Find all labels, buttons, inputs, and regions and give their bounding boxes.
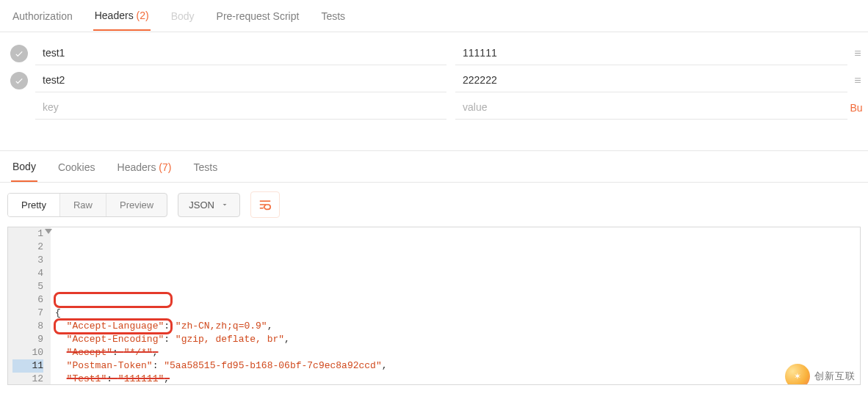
bulk-edit-link[interactable]: Bu <box>847 102 868 114</box>
headers-table: test1 111111 ≡ test2 222222 ≡ key value … <box>0 32 868 121</box>
line-gutter: 123456789101112 <box>8 227 51 384</box>
code-content[interactable]: { "Accept-Language": "zh-CN,zh;q=0.9", "… <box>51 227 860 384</box>
row-actions-icon[interactable]: ≡ <box>847 74 868 87</box>
tab-prerequest[interactable]: Pre-request Script <box>215 1 301 30</box>
response-toolbar: Pretty Raw Preview JSON <box>0 183 868 227</box>
header-row: test2 222222 ≡ <box>0 67 868 94</box>
res-tab-headers-count: (7) <box>159 161 171 173</box>
wrap-icon <box>258 199 272 211</box>
tab-headers[interactable]: Headers (2) <box>93 1 151 31</box>
format-select[interactable]: JSON <box>178 193 240 217</box>
tab-headers-label: Headers <box>95 10 134 21</box>
check-icon <box>14 76 24 86</box>
res-tab-body[interactable]: Body <box>12 161 36 172</box>
tab-headers-count: (2) <box>137 10 149 21</box>
format-select-label: JSON <box>189 200 214 211</box>
row-enable-toggle[interactable] <box>10 72 28 89</box>
tab-authorization[interactable]: Authorization <box>11 1 74 30</box>
res-tab-headers[interactable]: Headers (7) <box>117 161 172 173</box>
view-mode-pretty[interactable]: Pretty <box>8 194 60 216</box>
header-key-input[interactable]: test1 <box>35 41 446 65</box>
response-body-viewer: 123456789101112 { "Accept-Language": "zh… <box>7 227 861 385</box>
request-tabs: Authorization Headers (2) Body Pre-reque… <box>0 0 868 32</box>
res-tab-cookies[interactable]: Cookies <box>58 161 95 173</box>
view-mode-group: Pretty Raw Preview <box>7 193 167 217</box>
view-mode-raw[interactable]: Raw <box>60 194 106 216</box>
header-key-input[interactable]: key <box>35 95 446 120</box>
response-tabs: Body Cookies Headers (7) Tests <box>0 150 868 183</box>
header-key-input[interactable]: test2 <box>35 68 446 92</box>
header-value-input[interactable]: 111111 <box>455 41 847 65</box>
res-tab-headers-label: Headers <box>117 161 156 173</box>
header-row: test1 111111 ≡ <box>0 40 868 67</box>
res-tab-tests[interactable]: Tests <box>193 161 217 173</box>
header-value-input[interactable]: 222222 <box>455 68 847 92</box>
tab-body[interactable]: Body <box>170 1 196 30</box>
wrap-lines-button[interactable] <box>250 191 280 218</box>
tab-tests[interactable]: Tests <box>319 1 347 30</box>
annotation-box <box>54 292 173 308</box>
chevron-down-icon <box>220 200 229 209</box>
row-enable-toggle[interactable] <box>10 45 28 62</box>
header-value-input[interactable]: value <box>455 95 847 120</box>
header-row-new: key value Bu <box>0 94 868 121</box>
row-actions-icon[interactable]: ≡ <box>847 47 868 60</box>
check-icon <box>14 48 24 59</box>
view-mode-preview[interactable]: Preview <box>106 194 167 216</box>
